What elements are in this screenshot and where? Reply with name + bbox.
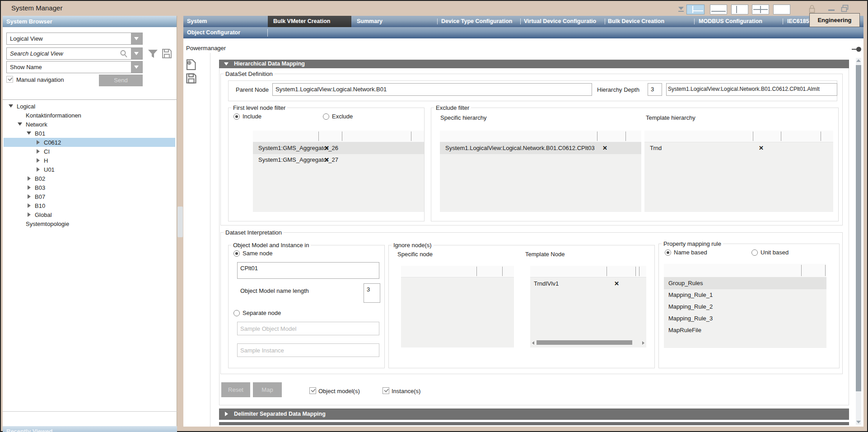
restore-button[interactable] bbox=[841, 5, 849, 12]
chevron-down-icon[interactable] bbox=[131, 33, 142, 44]
tab-summary[interactable]: Summary bbox=[357, 18, 383, 24]
save-filter-icon[interactable] bbox=[162, 48, 172, 59]
tree-item-b02[interactable]: B02 bbox=[4, 174, 175, 183]
collapsed-arrow-icon bbox=[28, 194, 31, 199]
send-button[interactable]: Send bbox=[99, 75, 143, 86]
pin-icon[interactable] bbox=[852, 46, 862, 52]
list-item[interactable]: MapRuleFile bbox=[664, 324, 826, 336]
unit-based-radio[interactable] bbox=[751, 249, 758, 256]
splitter-handle[interactable] bbox=[177, 207, 183, 237]
tree-item-logical[interactable]: Logical bbox=[4, 102, 175, 111]
remove-icon[interactable]: ✕ bbox=[614, 280, 619, 287]
tree-item-u01[interactable]: U01 bbox=[4, 165, 175, 174]
layout-left-button[interactable] bbox=[731, 5, 748, 14]
divider bbox=[3, 99, 177, 100]
layout-single-button[interactable] bbox=[773, 5, 790, 14]
collapse-section-icon bbox=[224, 62, 229, 66]
list-item[interactable]: Mapping_Rule_3 bbox=[664, 313, 826, 324]
collapse-chevron-icon[interactable] bbox=[677, 6, 685, 13]
search-input[interactable]: Search Logical View bbox=[6, 47, 143, 60]
object-models-checkbox[interactable] bbox=[309, 387, 316, 394]
list-item[interactable]: System1:GMS_Aggregator_26 ✕ bbox=[253, 142, 424, 154]
same-node-radio[interactable] bbox=[233, 250, 240, 257]
minimize-button[interactable] bbox=[828, 9, 835, 11]
template-hierarchy-list: Trnd ✕ bbox=[644, 131, 833, 212]
list-item[interactable]: Trnd ✕ bbox=[644, 142, 833, 154]
manual-navigation-checkbox[interactable] bbox=[6, 76, 13, 83]
filter-icon[interactable] bbox=[148, 49, 158, 58]
remove-icon[interactable]: ✕ bbox=[759, 145, 764, 151]
tree-item-kontaktinformationen[interactable]: Kontaktinformationen bbox=[4, 111, 175, 120]
tab-object-configurator[interactable]: Object Configurator bbox=[187, 29, 240, 36]
reset-button[interactable]: Reset bbox=[221, 382, 250, 397]
chevron-down-icon[interactable] bbox=[131, 48, 142, 59]
instances-label: Instance(s) bbox=[392, 388, 420, 394]
list-header bbox=[644, 131, 833, 142]
list-item[interactable]: Mapping_Rule_2 bbox=[664, 301, 826, 313]
tab-bulk-vmeter-creation[interactable]: Bulk VMeter Creation bbox=[268, 16, 351, 27]
list-item[interactable]: Group_Rules bbox=[664, 277, 826, 289]
hierarchy-depth-field[interactable]: 3 bbox=[648, 83, 662, 96]
tree-item-b03[interactable]: B03 bbox=[4, 183, 175, 192]
tab-row-2: Object Configurator bbox=[183, 27, 863, 38]
tree-item-network[interactable]: Network bbox=[4, 120, 175, 129]
list-item[interactable]: System1:GMS_Aggregator_27 ✕ bbox=[253, 154, 424, 166]
engineering-mode-button[interactable]: Engineering bbox=[809, 13, 860, 27]
remove-icon[interactable]: ✕ bbox=[602, 145, 607, 151]
specific-hierarchy-list: System1.LogicalView:Logical.Network.B01.… bbox=[440, 131, 641, 212]
import-data-icon[interactable] bbox=[186, 59, 196, 70]
map-button[interactable]: Map bbox=[253, 382, 282, 397]
tree-item-global[interactable]: Global bbox=[4, 210, 175, 219]
horizontal-scrollbar[interactable] bbox=[531, 340, 645, 346]
tab-modbus-configuration[interactable]: MODBUS Configuration bbox=[699, 18, 762, 24]
name-based-radio[interactable] bbox=[665, 249, 671, 256]
include-radio[interactable] bbox=[233, 113, 240, 120]
collapsed-arrow-icon bbox=[37, 167, 40, 172]
separate-node-label: Separate node bbox=[243, 310, 281, 316]
delimiter-separated-data-mapping-header[interactable]: Delimiter Separated Data Mapping bbox=[219, 409, 849, 420]
parent-node-field[interactable]: System1.LogicalView:Logical.Network.B01 bbox=[272, 83, 592, 96]
save-icon[interactable] bbox=[186, 73, 196, 84]
chevron-down-icon[interactable] bbox=[131, 61, 142, 73]
tree-item-b07[interactable]: B07 bbox=[4, 192, 175, 201]
sample-instance-field[interactable]: Sample Instance bbox=[237, 343, 379, 357]
object-model-name-length-field[interactable]: 3 bbox=[364, 283, 380, 303]
bottom-horizontal-scrollbar[interactable] bbox=[219, 422, 849, 425]
tree-item-b01[interactable]: B01 bbox=[4, 129, 175, 138]
vertical-scrollbar[interactable] bbox=[856, 58, 861, 425]
tree-item-h[interactable]: H bbox=[4, 156, 175, 165]
tab-virtual-device-configuration[interactable]: Virtual Device Configuratio bbox=[524, 18, 596, 24]
sample-object-model-field[interactable]: Sample Object Model bbox=[237, 322, 379, 335]
hierarchical-data-mapping-header[interactable]: Hierarchical Data Mapping bbox=[219, 60, 849, 68]
list-item[interactable]: System1.LogicalView:Logical.Network.B01.… bbox=[440, 142, 641, 154]
system-browser-header[interactable]: System Browser bbox=[3, 16, 177, 27]
tree-item-systemtopologie[interactable]: Systemtopologie bbox=[4, 219, 175, 228]
tab-system[interactable]: System bbox=[187, 18, 207, 24]
tree-item-b10[interactable]: B10 bbox=[4, 201, 175, 210]
same-node-field[interactable]: CPlt01 bbox=[237, 262, 379, 279]
collapsed-arrow-icon bbox=[28, 176, 31, 181]
specific-hierarchy-label: Specific hierarchy bbox=[440, 114, 487, 121]
tree-item-ci[interactable]: CI bbox=[4, 147, 175, 156]
leaf-node-field[interactable]: System1.LogicalView:Logical.Network.B01.… bbox=[666, 83, 837, 96]
view-selector[interactable]: Logical View bbox=[6, 33, 143, 45]
scrollbar-thumb[interactable] bbox=[537, 340, 632, 345]
layout-bottom-button[interactable] bbox=[710, 5, 727, 14]
tree-item-c0612[interactable]: C0612 bbox=[4, 138, 175, 147]
remove-icon[interactable]: ✕ bbox=[324, 156, 329, 163]
instances-checkbox[interactable] bbox=[383, 387, 389, 394]
layout-split-button[interactable] bbox=[686, 5, 705, 14]
exclude-radio[interactable] bbox=[323, 113, 329, 120]
list-item[interactable]: Mapping_Rule_1 bbox=[664, 289, 826, 301]
remove-icon[interactable]: ✕ bbox=[324, 145, 329, 151]
layout-quad-button[interactable] bbox=[752, 5, 769, 14]
exclude-label: Exclude bbox=[332, 113, 353, 120]
recently-viewed-bar[interactable]: Recently Viewed bbox=[3, 426, 177, 432]
display-mode-selector[interactable]: Show Name bbox=[6, 61, 143, 73]
separate-node-radio[interactable] bbox=[233, 310, 240, 316]
tab-device-type-configuration[interactable]: Device Type Configuration bbox=[441, 18, 512, 24]
tab-bulk-device-creation[interactable]: Bulk Device Creation bbox=[608, 18, 664, 24]
collapsed-arrow-icon bbox=[37, 158, 40, 163]
scrollbar-thumb[interactable] bbox=[856, 65, 861, 391]
list-item[interactable]: TrndIVlv1 ✕ bbox=[530, 278, 646, 290]
